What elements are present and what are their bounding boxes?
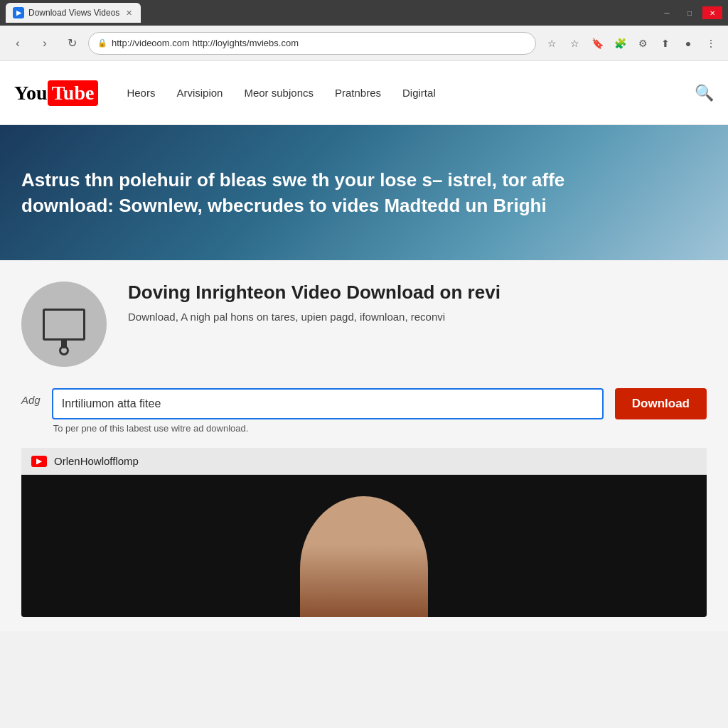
monitor-icon: [43, 309, 85, 341]
video-thumbnail[interactable]: [21, 475, 707, 617]
channel-name[interactable]: OrlenHowlofflomp: [54, 455, 139, 467]
download-button[interactable]: Download: [615, 388, 707, 419]
product-section: Doving Inrighteon Video Download on revi…: [21, 282, 707, 367]
product-info: Doving Inrighteon Video Download on revi…: [128, 282, 707, 326]
main-area: Doving Inrighteon Video Download on revi…: [0, 260, 728, 631]
site-nav: Heors Arvisipion Meor subjoncs Pratnbres…: [127, 87, 695, 99]
product-icon-circle: [21, 282, 107, 367]
nav-item-4[interactable]: Digirtal: [402, 87, 436, 99]
product-description: Download, A nigh pal hons on tares, upie…: [128, 309, 707, 326]
address-lock-icon: 🔒: [97, 38, 107, 48]
menu-button[interactable]: ⋮: [701, 33, 721, 53]
video-section: ▶ OrlenHowlofflomp: [21, 448, 707, 617]
share-button[interactable]: ⬆: [655, 33, 675, 53]
logo-you-text: You: [14, 82, 48, 105]
page-content: You Tube Heors Arvisipion Meor subjoncs …: [0, 61, 728, 631]
browser-titlebar: ▶ Download Views Videos ✕ ─ □ ✕: [0, 0, 728, 26]
tab-close-button[interactable]: ✕: [124, 8, 134, 18]
download-url-input[interactable]: [52, 388, 604, 419]
maximize-button[interactable]: □: [680, 6, 700, 19]
bookmark-button[interactable]: 🔖: [587, 33, 607, 53]
nav-item-1[interactable]: Arvisipion: [176, 87, 223, 99]
hero-text-line2: download: Sownlew, wbecrudes to vides Ma…: [21, 193, 564, 218]
hero-text-line1: Astrus thn polehuir of bleas swe th your…: [21, 167, 564, 193]
download-section: Adg To per pne of this labest use witre …: [21, 388, 707, 434]
back-button[interactable]: ‹: [7, 33, 28, 54]
toolbar-icons: ☆ ☆ 🔖 🧩 ⚙ ⬆ ● ⋮: [542, 33, 721, 53]
video-channel-bar: ▶ OrlenHowlofflomp: [21, 448, 707, 475]
youtube-small-icon: ▶: [31, 456, 47, 467]
hero-banner: Astrus thn polehuir of bleas swe th your…: [0, 125, 728, 260]
address-url: http://videoom.com http://loyights/mvieb…: [112, 38, 299, 48]
close-window-button[interactable]: ✕: [702, 6, 722, 19]
nav-item-2[interactable]: Meor subjoncs: [244, 87, 314, 99]
refresh-button[interactable]: ↻: [61, 33, 82, 54]
tab-favicon-icon: ▶: [13, 7, 24, 18]
extensions-button[interactable]: 🧩: [610, 33, 630, 53]
search-icon[interactable]: 🔍: [695, 84, 714, 102]
nav-item-0[interactable]: Heors: [127, 87, 155, 99]
person-silhouette: [300, 496, 428, 617]
forward-button[interactable]: ›: [34, 33, 55, 54]
monitor-base-circle: [59, 346, 69, 355]
adg-label: Adg: [21, 388, 41, 406]
star-button-2[interactable]: ☆: [564, 33, 584, 53]
star-button-1[interactable]: ☆: [542, 33, 562, 53]
site-header: You Tube Heors Arvisipion Meor subjoncs …: [0, 61, 728, 125]
browser-tab[interactable]: ▶ Download Views Videos ✕: [6, 3, 141, 23]
site-logo[interactable]: You Tube: [14, 80, 98, 106]
tab-title: Download Views Videos: [28, 8, 119, 18]
address-bar[interactable]: 🔒 http://videoom.com http://loyights/mvi…: [88, 32, 536, 55]
product-title: Doving Inrighteon Video Download on revi: [128, 282, 707, 304]
logo-tube-text: Tube: [48, 80, 99, 106]
nav-item-3[interactable]: Pratnbres: [335, 87, 381, 99]
window-controls: ─ □ ✕: [657, 6, 722, 19]
hero-text: Astrus thn polehuir of bleas swe th your…: [21, 167, 564, 219]
minimize-button[interactable]: ─: [657, 6, 677, 19]
download-input-wrap: To per pne of this labest use witre ad d…: [52, 388, 604, 434]
download-hint: To per pne of this labest use witre ad d…: [52, 423, 604, 434]
account-button[interactable]: ●: [678, 33, 698, 53]
settings-button[interactable]: ⚙: [633, 33, 653, 53]
browser-toolbar: ‹ › ↻ 🔒 http://videoom.com http://loyigh…: [0, 26, 728, 61]
